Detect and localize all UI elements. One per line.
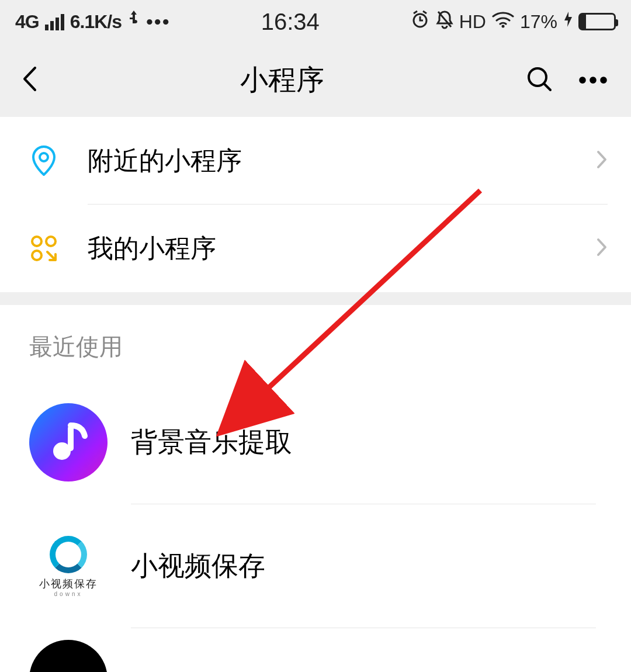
menu-label: 附近的小程序 [88,144,596,178]
signal-icon [45,13,64,30]
svg-point-7 [46,237,56,246]
svg-point-6 [32,237,41,246]
menu-label: 我的小程序 [88,231,596,266]
app-item-music[interactable]: 背景音乐提取 [0,380,631,504]
mute-icon [436,9,453,34]
svg-point-2 [501,25,504,28]
battery-icon [578,13,616,30]
more-icon: ••• [146,11,171,33]
menu-nearby[interactable]: 附近的小程序 [0,117,631,205]
recent-section: 最近使用 背景音乐提取 小视频保存 downx 小视频保存 [0,305,631,672]
music-icon [29,403,108,482]
status-bar: 4G 6.1K/s ••• 16:34 HD 17% [0,0,631,43]
my-programs-icon [29,234,58,263]
chevron-right-icon [596,237,608,259]
app-label: 背景音乐提取 [131,424,292,460]
app-item-partial[interactable] [0,628,631,672]
battery-pct: 17% [520,11,557,33]
top-menu: 附近的小程序 我的小程序 [0,117,631,292]
svg-rect-10 [68,425,74,451]
menu-mine[interactable]: 我的小程序 [0,205,631,292]
recent-header: 最近使用 [0,305,631,380]
alarm-icon [410,9,430,34]
search-button[interactable] [526,65,553,95]
usb-icon [127,9,140,34]
network-label: 4G [15,11,39,33]
app-label: 小视频保存 [131,548,265,584]
svg-point-3 [529,68,546,86]
status-left: 4G 6.1K/s ••• [15,9,171,34]
status-time: 16:34 [261,9,320,35]
app-icon [29,640,108,672]
status-right: HD 17% [410,9,616,34]
svg-line-4 [545,84,550,90]
page-title: 小程序 [240,61,324,99]
chevron-right-icon [596,150,608,172]
svg-point-5 [40,153,48,161]
wifi-icon [492,11,514,33]
video-save-icon: 小视频保存 downx [29,527,108,605]
app-item-video[interactable]: 小视频保存 downx 小视频保存 [0,504,631,628]
location-icon [29,146,58,175]
back-button[interactable] [21,64,39,96]
more-button[interactable]: ••• [578,67,610,93]
network-speed: 6.1K/s [70,11,122,33]
hd-label: HD [459,11,486,33]
charging-icon [563,11,573,33]
section-gap [0,292,631,305]
nav-bar: 小程序 ••• [0,43,631,117]
svg-point-8 [32,251,41,260]
